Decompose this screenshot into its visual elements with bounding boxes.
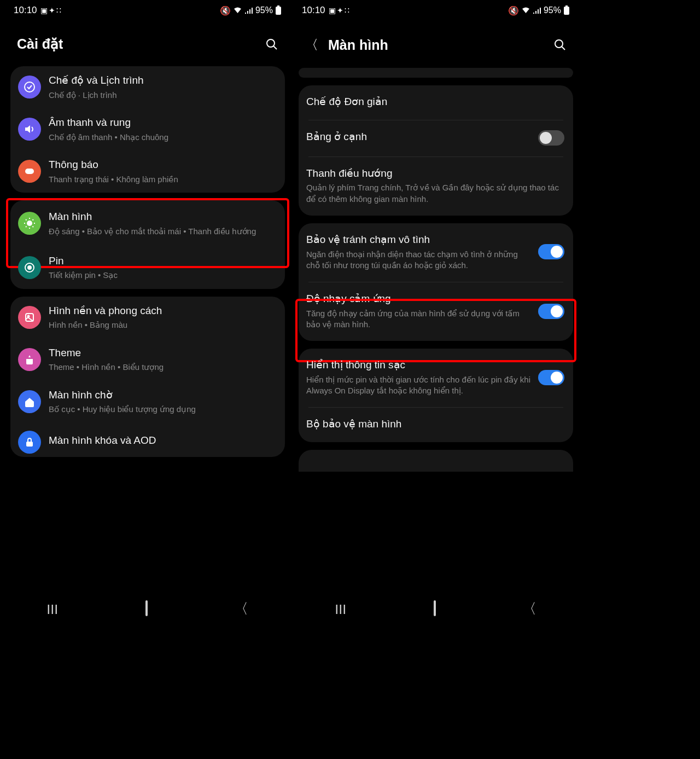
home-icon bbox=[18, 390, 41, 413]
signal-icon bbox=[244, 7, 253, 14]
battery-icon bbox=[563, 5, 570, 15]
display-item-touch-sensitivity[interactable]: Độ nhạy cảm ứng Tăng độ nhạy cảm ứng của… bbox=[299, 282, 573, 341]
next-group-edge bbox=[299, 450, 573, 472]
item-subtitle: Hiển thị mức pin và thời gian ước tính c… bbox=[306, 374, 532, 397]
sparkle-icon: ✦ bbox=[49, 6, 55, 15]
item-title: Màn hình bbox=[49, 210, 276, 224]
item-subtitle: Tăng độ nhạy cảm ứng của màn hình để sử … bbox=[306, 308, 532, 331]
theme-icon bbox=[18, 348, 41, 371]
svg-rect-20 bbox=[565, 5, 568, 7]
item-title: Hiển thị thông tin sạc bbox=[306, 358, 532, 372]
display-item-screen-saver[interactable]: Bộ bảo vệ màn hình bbox=[299, 408, 573, 442]
page-title: Màn hình bbox=[328, 37, 553, 53]
nav-recents-button[interactable]: ||| bbox=[335, 603, 347, 615]
item-title: Bảo vệ tránh chạm vô tình bbox=[306, 233, 532, 247]
svg-rect-0 bbox=[277, 5, 279, 7]
item-title: Pin bbox=[49, 254, 276, 268]
item-title: Thông báo bbox=[49, 158, 276, 172]
item-subtitle: Hình nền • Bảng màu bbox=[49, 320, 276, 331]
settings-item-display[interactable]: Màn hình Độ sáng • Bảo vệ cho mắt thoải … bbox=[10, 200, 285, 247]
settings-item-battery[interactable]: Pin Tiết kiệm pin • Sạc bbox=[10, 247, 285, 289]
item-subtitle: Tiết kiệm pin • Sạc bbox=[49, 270, 276, 281]
phone-screen-display: 10:10 ▣ ✦ ∷ 🔇 95% 〈 Màn hình bbox=[292, 0, 580, 625]
svg-line-11 bbox=[26, 219, 27, 221]
dots-icon: ∷ bbox=[345, 6, 349, 15]
item-subtitle: Ngăn điện thoại nhận diện thao tác chạm … bbox=[306, 249, 532, 271]
notification-icon bbox=[18, 160, 41, 183]
svg-rect-19 bbox=[26, 442, 33, 447]
item-title: Thanh điều hướng bbox=[306, 167, 564, 181]
settings-item-notifications[interactable]: Thông báo Thanh trạng thái • Không làm p… bbox=[10, 150, 285, 193]
lock-icon bbox=[18, 431, 41, 454]
svg-line-3 bbox=[273, 46, 277, 49]
sound-icon bbox=[18, 118, 41, 141]
search-button[interactable] bbox=[553, 38, 567, 51]
settings-item-theme[interactable]: Theme Theme • Hình nền • Biểu tượng bbox=[10, 339, 285, 381]
item-subtitle: Quản lý phím Trang chính, Trở về và Gần … bbox=[306, 182, 564, 205]
item-title: Hình nền và phong cách bbox=[49, 304, 276, 318]
svg-point-16 bbox=[28, 266, 31, 269]
page-header: Cài đặt bbox=[4, 21, 291, 66]
display-group-1: Bảo vệ tránh chạm vô tình Ngăn điện thoạ… bbox=[299, 223, 573, 341]
toggle-edge-panels[interactable] bbox=[538, 130, 564, 146]
status-bar: 10:10 ▣ ✦ ∷ 🔇 95% bbox=[4, 0, 291, 21]
mute-icon: 🔇 bbox=[220, 5, 231, 16]
item-title: Màn hình chờ bbox=[49, 389, 276, 402]
toggle-charging-info[interactable] bbox=[538, 370, 564, 385]
status-bar: 10:10 ▣ ✦ ∷ 🔇 95% bbox=[292, 0, 580, 21]
svg-point-4 bbox=[25, 82, 34, 92]
svg-line-13 bbox=[26, 227, 27, 228]
item-title: Bảng ở cạnh bbox=[306, 130, 532, 144]
item-subtitle: Bố cục • Huy hiệu biểu tượng ứng dụng bbox=[49, 404, 276, 415]
item-title: Chế độ và Lịch trình bbox=[49, 74, 276, 88]
item-title: Âm thanh và rung bbox=[49, 116, 276, 130]
nav-home-button[interactable] bbox=[434, 601, 436, 616]
search-button[interactable] bbox=[265, 38, 278, 51]
display-item-easy-mode[interactable]: Chế độ Đơn giản bbox=[299, 85, 573, 120]
settings-item-lockscreen[interactable]: Màn hình khóa và AOD bbox=[10, 423, 285, 457]
settings-group-2: Hình nền và phong cách Hình nền • Bảng m… bbox=[10, 297, 285, 457]
settings-item-wallpaper[interactable]: Hình nền và phong cách Hình nền • Bảng m… bbox=[10, 297, 285, 339]
settings-item-modes[interactable]: Chế độ và Lịch trình Chế độ · Lịch trình bbox=[10, 66, 285, 108]
item-title: Màn hình khóa và AOD bbox=[49, 434, 276, 448]
toggle-touch-sensitivity[interactable] bbox=[538, 304, 564, 319]
nav-recents-button[interactable]: ||| bbox=[47, 603, 59, 615]
item-subtitle: Chế độ âm thanh • Nhạc chuông bbox=[49, 132, 276, 143]
toggle-accidental-touch[interactable] bbox=[538, 244, 564, 259]
battery-percent: 95% bbox=[255, 5, 273, 15]
battery-icon bbox=[18, 256, 41, 279]
phone-screen-settings: 10:10 ▣ ✦ ∷ 🔇 95% Cài đặt bbox=[4, 0, 291, 625]
item-title: Chế độ Đơn giản bbox=[306, 95, 564, 109]
settings-group-1: Màn hình Độ sáng • Bảo vệ cho mắt thoải … bbox=[10, 200, 285, 289]
nav-home-button[interactable] bbox=[145, 601, 148, 616]
svg-line-14 bbox=[33, 219, 34, 221]
status-icons-left: ▣ ✦ ∷ bbox=[329, 6, 349, 15]
wifi-icon bbox=[521, 7, 530, 14]
svg-point-22 bbox=[555, 40, 563, 48]
item-title: Theme bbox=[49, 346, 276, 360]
sparkle-icon: ✦ bbox=[337, 6, 343, 15]
gallery-icon: ▣ bbox=[40, 6, 48, 15]
display-item-edge-panels[interactable]: Bảng ở cạnh bbox=[299, 120, 573, 157]
display-settings-list[interactable]: Chế độ Đơn giản Bảng ở cạnh Thanh điều h… bbox=[292, 68, 580, 590]
display-item-accidental-touch[interactable]: Bảo vệ tránh chạm vô tình Ngăn điện thoạ… bbox=[299, 223, 573, 282]
display-item-charging-info[interactable]: Hiển thị thông tin sạc Hiển thị mức pin … bbox=[299, 349, 573, 407]
nav-back-button[interactable]: 〈 bbox=[234, 599, 248, 618]
nav-bar: ||| 〈 bbox=[4, 592, 291, 625]
svg-rect-21 bbox=[564, 7, 569, 15]
settings-item-sound[interactable]: Âm thanh và rung Chế độ âm thanh • Nhạc … bbox=[10, 108, 285, 150]
mute-icon: 🔇 bbox=[508, 5, 519, 16]
battery-percent: 95% bbox=[544, 5, 561, 15]
nav-back-button[interactable]: 〈 bbox=[522, 599, 536, 618]
page-title: Cài đặt bbox=[17, 36, 265, 52]
status-time: 10:10 bbox=[14, 5, 37, 16]
status-time: 10:10 bbox=[302, 5, 325, 16]
display-group-0: Chế độ Đơn giản Bảng ở cạnh Thanh điều h… bbox=[299, 85, 573, 216]
display-item-navigation-bar[interactable]: Thanh điều hướng Quản lý phím Trang chín… bbox=[299, 157, 573, 216]
svg-line-23 bbox=[562, 47, 565, 50]
settings-list[interactable]: Chế độ và Lịch trình Chế độ · Lịch trình… bbox=[4, 66, 291, 589]
wallpaper-icon bbox=[18, 306, 41, 329]
settings-item-homescreen[interactable]: Màn hình chờ Bố cục • Huy hiệu biểu tượn… bbox=[10, 381, 285, 423]
back-button[interactable]: 〈 bbox=[305, 36, 318, 54]
item-title: Bộ bảo vệ màn hình bbox=[306, 418, 564, 431]
